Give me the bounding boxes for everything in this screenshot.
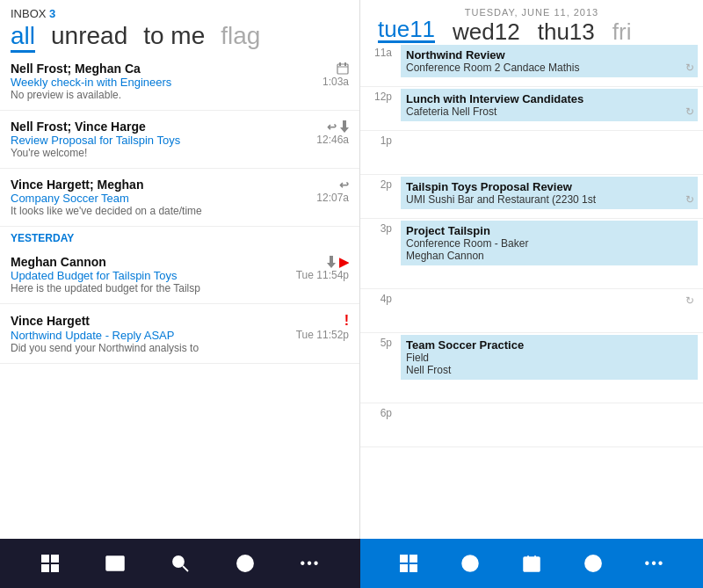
refresh-standalone: ↻ bbox=[401, 291, 698, 310]
cal-event-tailspin-review[interactable]: Tailspin Toys Proposal Review UMI Sushi … bbox=[401, 177, 698, 209]
cal-event-lunch[interactable]: Lunch with Interview Candidates Cafeteri… bbox=[401, 89, 698, 121]
event-detail: Conference Room 2 Candace Mathis bbox=[406, 62, 692, 74]
svg-rect-4 bbox=[41, 555, 49, 563]
refresh-icon: ↻ bbox=[685, 62, 694, 74]
tab-all[interactable]: all bbox=[11, 24, 35, 53]
time-content-6p bbox=[395, 403, 703, 446]
svg-rect-14 bbox=[400, 555, 408, 563]
day-tabs: tue11 wed12 thu13 fri bbox=[369, 18, 694, 43]
tab-flagged[interactable]: flag bbox=[221, 24, 260, 53]
right-bottom-bar: ••• bbox=[360, 539, 703, 588]
more-dots: ••• bbox=[301, 555, 321, 571]
email-sender: Nell Frost; Meghan Ca bbox=[11, 62, 349, 76]
reply-attach-icon: ↩ bbox=[327, 120, 349, 134]
time-row-4p: 4p ↻ bbox=[360, 289, 703, 333]
event-detail-2: Nell Frost bbox=[406, 364, 692, 376]
time-label-11a: 11a bbox=[360, 43, 395, 86]
calendar-header: TUESDAY, JUNE 11, 2013 tue11 wed12 thu13… bbox=[360, 0, 703, 43]
more-cal-dots: ••• bbox=[645, 555, 665, 571]
more-cal-icon-btn[interactable]: ••• bbox=[641, 550, 668, 577]
subject-text: Northwind Update - Reply ASAP bbox=[11, 329, 174, 342]
calendar-grid-icon-btn[interactable] bbox=[395, 550, 422, 577]
grid-icon-btn[interactable] bbox=[37, 550, 63, 577]
email-item[interactable]: Nell Frost; Meghan Ca Weekly check-in wi… bbox=[0, 53, 359, 111]
email-sender: Vince Hargett; Meghan ↩ bbox=[11, 178, 349, 192]
attach-flag-icon: ▶ bbox=[327, 255, 349, 269]
email-item[interactable]: Meghan Cannon ▶ Updated Budget for Tails… bbox=[0, 246, 359, 304]
subject-text: Company Soccer Team bbox=[11, 192, 129, 205]
email-preview: No preview is available. bbox=[11, 89, 349, 101]
event-title: Project Tailspin bbox=[406, 224, 692, 237]
sender-name: Nell Frost; Vince Harge bbox=[11, 120, 322, 134]
svg-rect-5 bbox=[51, 555, 59, 563]
time-content-3p: Project Tailspin Conference Room - Baker… bbox=[395, 219, 703, 288]
sender-name: Meghan Cannon bbox=[11, 255, 322, 269]
time-row-12p: 12p Lunch with Interview Candidates Cafe… bbox=[360, 87, 703, 131]
more-icon-btn[interactable]: ••• bbox=[297, 550, 323, 577]
reply-icon: ↩ bbox=[327, 120, 337, 134]
sender-name: Nell Frost; Meghan Ca bbox=[11, 62, 331, 76]
sender-name: Vince Hargett bbox=[11, 314, 339, 328]
time-row-1p: 1p bbox=[360, 131, 703, 175]
svg-rect-2 bbox=[344, 62, 346, 66]
flag-red-icon: ▶ bbox=[339, 255, 349, 269]
cal-event-soccer[interactable]: Team Soccer Practice Field Nell Frost bbox=[401, 335, 698, 380]
time-label-5p: 5p bbox=[360, 333, 395, 403]
time-label-3p: 3p bbox=[360, 219, 395, 288]
email-item[interactable]: Nell Frost; Vince Harge ↩ Review Proposa… bbox=[0, 111, 359, 169]
email-time: Tue 11:52p bbox=[296, 329, 349, 342]
email-sender: Vince Hargett ! bbox=[11, 313, 349, 329]
cal-event-project-tailspin[interactable]: Project Tailspin Conference Room - Baker… bbox=[401, 221, 698, 265]
event-detail: Cafeteria Nell Frost bbox=[406, 105, 692, 118]
section-label-yesterday: YESTERDAY bbox=[0, 227, 359, 246]
time-row-3p: 3p Project Tailspin Conference Room - Ba… bbox=[360, 219, 703, 289]
email-panel: INBOX 3 all unread to me flag Nell Frost… bbox=[0, 0, 360, 539]
event-title: Tailspin Toys Proposal Review bbox=[406, 180, 692, 193]
email-subject: Company Soccer Team 12:07a bbox=[11, 192, 349, 205]
time-content-12p: Lunch with Interview Candidates Cafeteri… bbox=[395, 87, 703, 130]
clock-icon-btn[interactable] bbox=[457, 550, 483, 577]
event-detail: UMI Sushi Bar and Restaurant (2230 1st bbox=[406, 193, 692, 206]
tab-to-me[interactable]: to me bbox=[143, 24, 205, 53]
email-preview: It looks like we've decided on a date/ti… bbox=[11, 205, 349, 217]
svg-rect-1 bbox=[339, 62, 341, 66]
svg-rect-15 bbox=[409, 555, 417, 563]
calendar-body: 11a Northwind Review Conference Room 2 C… bbox=[360, 43, 703, 539]
refresh-icon: ↻ bbox=[685, 105, 694, 118]
email-nav-tabs: all unread to me flag bbox=[0, 24, 359, 53]
time-label-6p: 6p bbox=[360, 403, 395, 446]
bottom-bars: ••• bbox=[0, 539, 703, 588]
month-calendar-icon-btn[interactable] bbox=[518, 550, 545, 577]
svg-rect-16 bbox=[400, 564, 408, 572]
email-item[interactable]: Vince Hargett ! Northwind Update - Reply… bbox=[0, 304, 359, 364]
day-tab-wed12[interactable]: wed12 bbox=[453, 20, 520, 43]
email-subject: Review Proposal for Tailspin Toys 12:46a bbox=[11, 134, 349, 147]
day-tab-thu13[interactable]: thu13 bbox=[538, 20, 595, 43]
svg-rect-6 bbox=[41, 564, 49, 572]
day-tab-tue11[interactable]: tue11 bbox=[378, 18, 435, 43]
add-event-icon-btn[interactable] bbox=[580, 550, 606, 577]
cal-event-northwind-review[interactable]: Northwind Review Conference Room 2 Canda… bbox=[401, 45, 698, 77]
svg-rect-0 bbox=[337, 64, 348, 74]
email-preview: Here is the updated budget for the Tails… bbox=[11, 282, 349, 294]
search-icon-btn[interactable] bbox=[167, 550, 193, 577]
svg-rect-7 bbox=[51, 564, 59, 572]
inbox-badge: 3 bbox=[49, 7, 55, 20]
time-label-12p: 12p bbox=[360, 87, 395, 130]
mail-icon-btn[interactable] bbox=[102, 550, 128, 577]
time-label-2p: 2p bbox=[360, 175, 395, 218]
email-list: Nell Frost; Meghan Ca Weekly check-in wi… bbox=[0, 53, 359, 539]
time-label-4p: 4p bbox=[360, 289, 395, 332]
left-header: INBOX 3 bbox=[0, 0, 359, 24]
email-preview: Did you send your Northwind analysis to bbox=[11, 342, 349, 354]
email-sender: Nell Frost; Vince Harge ↩ bbox=[11, 120, 349, 134]
tab-unread[interactable]: unread bbox=[51, 24, 127, 53]
subject-text: Weekly check-in with Engineers bbox=[11, 76, 171, 89]
day-tab-fri[interactable]: fri bbox=[612, 20, 632, 43]
time-content-5p: Team Soccer Practice Field Nell Frost bbox=[395, 333, 703, 403]
add-icon-btn[interactable] bbox=[232, 550, 258, 577]
email-item[interactable]: Vince Hargett; Meghan ↩ Company Soccer T… bbox=[0, 169, 359, 227]
sender-name: Vince Hargett; Meghan bbox=[11, 178, 334, 192]
email-sender: Meghan Cannon ▶ bbox=[11, 255, 349, 269]
time-content-1p bbox=[395, 131, 703, 174]
